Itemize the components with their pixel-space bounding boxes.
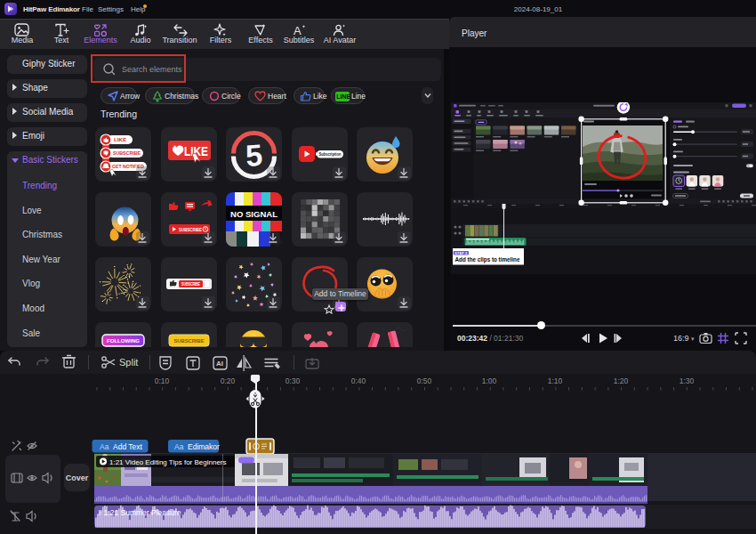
- svg-text:1:10: 1:10: [548, 376, 563, 385]
- svg-text:1:20: 1:20: [614, 376, 629, 385]
- svg-text:Add the clips to timeline: Add the clips to timeline: [455, 256, 520, 263]
- svg-text:Edimakor: Edimakor: [188, 442, 220, 451]
- svg-text:1:00: 1:00: [482, 376, 497, 385]
- svg-text:Cover: Cover: [66, 473, 89, 482]
- svg-text:STEP 2: STEP 2: [455, 252, 468, 255]
- svg-text:0:30: 0:30: [286, 376, 301, 385]
- svg-text:1:30: 1:30: [680, 376, 695, 385]
- svg-text:♪ 1:21 Summer Pleasure: ♪ 1:21 Summer Pleasure: [98, 508, 181, 517]
- svg-text:Aa: Aa: [100, 442, 109, 451]
- svg-text:LINE: LINE: [336, 93, 350, 100]
- svg-text:0:40: 0:40: [351, 376, 366, 385]
- svg-text:0:20: 0:20: [221, 376, 236, 385]
- svg-text:1:21 Video Editing Tips for Be: 1:21 Video Editing Tips for Beginners: [109, 458, 227, 466]
- svg-text:Add Text: Add Text: [113, 442, 143, 451]
- svg-text:0:10: 0:10: [155, 376, 170, 385]
- svg-text:Split: Split: [119, 357, 138, 368]
- svg-text:0:50: 0:50: [417, 376, 432, 385]
- svg-text:AI: AI: [216, 360, 223, 368]
- svg-text:Aa: Aa: [174, 442, 184, 451]
